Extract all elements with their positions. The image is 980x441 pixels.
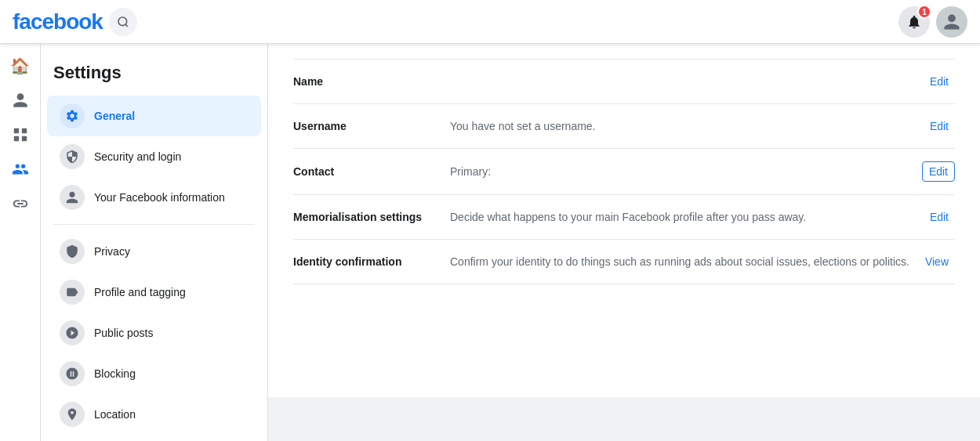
sidebar-icon-friends[interactable] — [5, 154, 36, 185]
fb-info-icon — [60, 185, 85, 210]
notification-badge: 1 — [917, 5, 931, 19]
sidebar-item-label-public-posts: Public posts — [94, 327, 153, 339]
top-navigation: facebook 1 — [0, 0, 980, 44]
sidebar-item-location[interactable]: Location — [47, 394, 261, 397]
row-label-memorialisation: Memorialisation settings — [293, 211, 450, 223]
general-icon — [60, 103, 85, 128]
user-icon — [12, 92, 29, 109]
sidebar-item-profile-tagging[interactable]: Profile and tagging — [47, 272, 261, 313]
sidebar-item-public-posts[interactable]: Public posts — [47, 313, 261, 353]
svg-rect-4 — [13, 136, 18, 141]
sidebar-item-label-general: General — [94, 110, 135, 122]
svg-point-0 — [118, 17, 127, 26]
svg-rect-2 — [13, 128, 18, 133]
facebook-logo: facebook — [13, 9, 103, 34]
notifications-button[interactable]: 1 — [898, 6, 930, 38]
edit-name-button[interactable]: Edit — [924, 72, 955, 91]
settings-row-identity: Identity confirmation Confirm your ident… — [293, 239, 955, 284]
settings-row-memorialisation: Memorialisation settings Decide what hap… — [293, 194, 955, 239]
row-value-contact: Primary: — [450, 165, 922, 178]
icon-sidebar: 🏠 — [0, 44, 41, 397]
edit-memorialisation-button[interactable]: Edit — [924, 208, 955, 226]
settings-row-username: Username You have not set a username. Ed… — [293, 103, 955, 148]
view-identity-button[interactable]: View — [919, 252, 955, 271]
svg-rect-3 — [21, 128, 26, 133]
topnav-right: 1 — [898, 6, 967, 38]
sidebar-item-fb-info[interactable]: Your Facebook information — [47, 177, 261, 218]
row-label-identity: Identity confirmation — [293, 255, 450, 268]
sidebar-item-blocking[interactable]: Blocking — [47, 353, 261, 394]
row-label-name: Name — [293, 75, 450, 88]
settings-row-contact: Contact Primary: Edit — [293, 148, 955, 194]
sidebar-icon-menu[interactable] — [5, 119, 36, 150]
avatar-icon — [942, 13, 961, 31]
main-content: General Account Settings Name Edit Usern… — [268, 0, 980, 397]
privacy-icon — [60, 239, 85, 264]
edit-username-button[interactable]: Edit — [924, 117, 955, 136]
svg-rect-5 — [21, 136, 26, 141]
svg-line-1 — [125, 24, 128, 27]
settings-sidebar: Settings General Security and login Your… — [41, 44, 268, 397]
row-action-name: Edit — [924, 72, 955, 91]
row-value-identity: Confirm your identity to do things such … — [450, 255, 919, 268]
sidebar-item-label-profile-tagging: Profile and tagging — [94, 286, 186, 298]
settings-title: Settings — [41, 56, 267, 96]
security-icon — [60, 144, 85, 169]
sidebar-icon-profile[interactable] — [5, 85, 36, 116]
sidebar-icon-home[interactable]: 🏠 — [5, 50, 36, 81]
sidebar-item-label-privacy: Privacy — [94, 245, 130, 258]
row-value-username: You have not set a username. — [450, 120, 924, 132]
grid-icon — [12, 126, 29, 143]
public-posts-icon — [60, 320, 85, 345]
sidebar-item-label-fb-info: Your Facebook information — [94, 191, 225, 204]
settings-row-name: Name Edit — [293, 59, 955, 103]
profile-tagging-icon — [60, 280, 85, 305]
search-icon — [117, 16, 129, 28]
row-action-memorialisation: Edit — [924, 208, 955, 226]
sidebar-icon-pages[interactable] — [5, 188, 36, 219]
topnav-left: facebook — [13, 8, 137, 36]
row-label-username: Username — [293, 120, 450, 132]
sidebar-item-label-blocking: Blocking — [94, 367, 136, 380]
friends-icon — [12, 161, 29, 178]
sidebar-item-privacy[interactable]: Privacy — [47, 231, 261, 272]
row-action-identity: View — [919, 252, 955, 271]
row-value-memorialisation: Decide what happens to your main Faceboo… — [450, 211, 924, 223]
edit-contact-button[interactable]: Edit — [922, 161, 955, 182]
row-action-username: Edit — [924, 117, 955, 136]
row-label-contact: Contact — [293, 165, 450, 178]
sidebar-item-label-security: Security and login — [94, 150, 181, 163]
sidebar-item-general[interactable]: General — [47, 96, 261, 136]
blocking-icon — [60, 361, 85, 386]
search-button[interactable] — [109, 8, 137, 36]
row-action-contact: Edit — [922, 161, 955, 182]
sidebar-item-security[interactable]: Security and login — [47, 136, 261, 177]
profile-avatar-button[interactable] — [936, 6, 967, 38]
link-icon — [12, 195, 29, 212]
